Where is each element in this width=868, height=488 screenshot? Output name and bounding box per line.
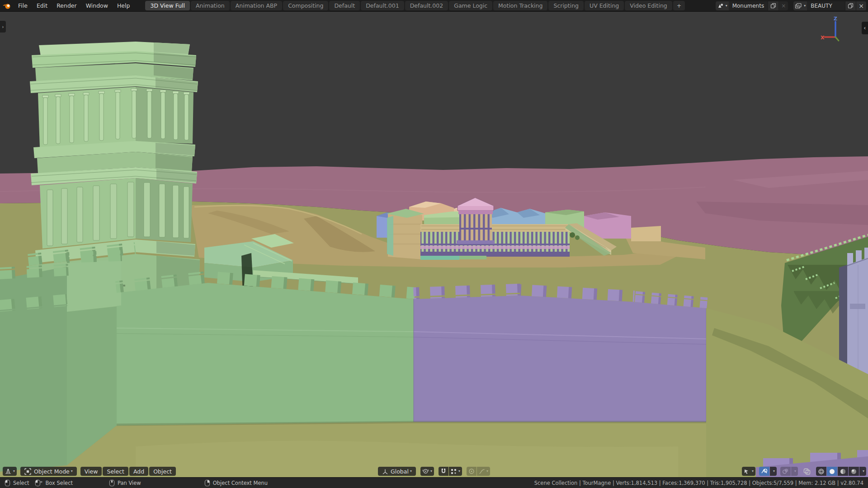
- hint-box-select: Box Select: [35, 479, 73, 487]
- tab-default-002[interactable]: Default.002: [405, 1, 448, 10]
- menu-file[interactable]: File: [14, 0, 32, 11]
- wireframe-shading-icon: [818, 468, 825, 475]
- xray-toggle[interactable]: [780, 467, 791, 476]
- xray-dropdown[interactable]: ▾: [791, 467, 798, 476]
- topbar: File Edit Render Window Help 3D View Ful…: [0, 0, 868, 12]
- tab-video-editing[interactable]: Video Editing: [625, 1, 672, 10]
- tab-game-logic[interactable]: Game Logic: [449, 1, 492, 10]
- 3d-viewport[interactable]: › ‹ X Z ▾: [0, 12, 868, 477]
- hint-pan-view: Pan View: [109, 479, 141, 487]
- view-layer-new-button[interactable]: [845, 1, 856, 10]
- render-region-button[interactable]: [802, 467, 812, 476]
- view-layer-remove-button[interactable]: ×: [856, 1, 866, 10]
- chevron-down-icon: ▾: [863, 469, 864, 473]
- tab-default[interactable]: Default: [329, 1, 360, 10]
- workspace-tabs: 3D View Full Animation Animation ABP Com…: [145, 1, 685, 10]
- viewport-header: ▾ Object Mode ▾ View Select Add Object: [0, 465, 868, 477]
- menu-edit[interactable]: Edit: [32, 0, 52, 11]
- tab-3d-view-full[interactable]: 3D View Full: [145, 1, 190, 10]
- tab-uv-editing[interactable]: UV Editing: [585, 1, 624, 10]
- solid-shading-icon: [829, 468, 835, 475]
- chevron-down-icon: ▾: [71, 469, 73, 473]
- pivot-point-dropdown[interactable]: ▾: [420, 467, 434, 476]
- shading-material-button[interactable]: [838, 467, 848, 476]
- scene-stats: Scene Collection | TourMagne | Verts:1,8…: [534, 480, 868, 486]
- topbar-menus: File Edit Render Window Help: [14, 0, 134, 11]
- snap-increment-icon: [451, 469, 457, 474]
- object-mode-icon: [24, 468, 31, 475]
- menu-render[interactable]: Render: [52, 0, 81, 11]
- tab-animation[interactable]: Animation: [191, 1, 230, 10]
- city-wall-purple[interactable]: [413, 284, 708, 423]
- axis-z-label: Z: [834, 16, 837, 22]
- view-layer-selector: ▾ BEAUTY ×: [793, 1, 866, 10]
- view-layer-browse-button[interactable]: ▾: [793, 1, 807, 10]
- hint-context-menu: Object Context Menu: [204, 479, 268, 487]
- chevron-down-icon: ▾: [13, 469, 15, 473]
- toolbar-toggle[interactable]: ›: [0, 21, 6, 33]
- tab-motion-tracking[interactable]: Motion Tracking: [493, 1, 547, 10]
- tab-default-001[interactable]: Default.001: [361, 1, 404, 10]
- scene-new-button[interactable]: [768, 1, 778, 10]
- menu-help[interactable]: Help: [113, 0, 135, 11]
- view-layer-name[interactable]: BEAUTY: [807, 1, 845, 10]
- editor-type-dropdown[interactable]: ▾: [3, 467, 17, 476]
- axis-x-label: X: [821, 35, 825, 41]
- status-bar: Select Box Select Pan View Object Contex…: [0, 477, 868, 488]
- mouse-left-click-icon: [5, 479, 10, 487]
- add-workspace-button[interactable]: +: [673, 1, 685, 10]
- shading-wireframe-button[interactable]: [816, 467, 826, 476]
- chevron-down-icon: ▾: [486, 469, 488, 473]
- chevron-down-icon: ▾: [726, 4, 727, 8]
- close-icon: ×: [781, 3, 786, 9]
- mouse-right-click-icon: [204, 479, 210, 487]
- chevron-down-icon: ▾: [752, 469, 754, 473]
- select-menu[interactable]: Select: [103, 467, 128, 476]
- magnet-icon: [440, 468, 447, 474]
- view-menu[interactable]: View: [80, 467, 102, 476]
- blender-logo-icon[interactable]: [0, 2, 14, 9]
- hint-pan-view-label: Pan View: [118, 480, 141, 486]
- hint-select: Select: [5, 479, 29, 487]
- overlays-dropdown[interactable]: ▾: [770, 467, 777, 476]
- duplicate-icon: [770, 3, 776, 9]
- axis-gizmo[interactable]: X Z: [820, 16, 849, 47]
- hint-select-label: Select: [13, 480, 29, 486]
- proportional-editing-icon: [468, 468, 475, 474]
- mode-dropdown[interactable]: Object Mode ▾: [20, 467, 77, 476]
- menu-window[interactable]: Window: [81, 0, 113, 11]
- scene-browse-button[interactable]: ▾: [716, 1, 729, 10]
- gizmo-cursor-icon: [744, 469, 750, 474]
- shading-dropdown[interactable]: ▾: [859, 467, 866, 476]
- show-overlays-toggle[interactable]: [759, 467, 769, 476]
- shading-rendered-button[interactable]: [849, 467, 859, 476]
- snap-toggle[interactable]: [439, 467, 448, 476]
- scene-name[interactable]: Monuments: [729, 1, 768, 10]
- editor-3d-viewport-icon: [5, 468, 12, 474]
- tab-compositing[interactable]: Compositing: [283, 1, 328, 10]
- scene-selector: ▾ Monuments ×: [716, 1, 788, 10]
- object-menu[interactable]: Object: [149, 467, 176, 476]
- orientation-label: Global: [391, 468, 409, 475]
- show-gizmo-dropdown[interactable]: ▾: [742, 467, 755, 476]
- add-menu[interactable]: Add: [129, 467, 148, 476]
- snap-target-dropdown[interactable]: ▾: [449, 467, 462, 476]
- pivot-icon: [422, 468, 429, 474]
- hint-box-select-label: Box Select: [45, 480, 73, 486]
- viewport-canvas[interactable]: [0, 12, 868, 477]
- transform-orientation-dropdown[interactable]: Global ▾: [378, 467, 416, 476]
- chevron-down-icon: ▾: [773, 469, 775, 473]
- shading-solid-button[interactable]: [827, 467, 837, 476]
- sidebar-toggle[interactable]: ‹: [862, 22, 868, 34]
- proportional-editing-toggle[interactable]: [467, 467, 476, 476]
- scene-unlink-button[interactable]: ×: [778, 1, 788, 10]
- tab-animation-abp[interactable]: Animation ABP: [231, 1, 282, 10]
- chevron-down-icon: ▾: [794, 469, 796, 473]
- close-icon: ×: [859, 2, 864, 9]
- material-shading-icon: [840, 468, 846, 475]
- proportional-falloff-dropdown[interactable]: ▾: [477, 467, 490, 476]
- tab-scripting[interactable]: Scripting: [548, 1, 584, 10]
- mode-label: Object Mode: [34, 468, 70, 475]
- orientation-axes-icon: [382, 469, 388, 474]
- duplicate-icon: [848, 3, 854, 9]
